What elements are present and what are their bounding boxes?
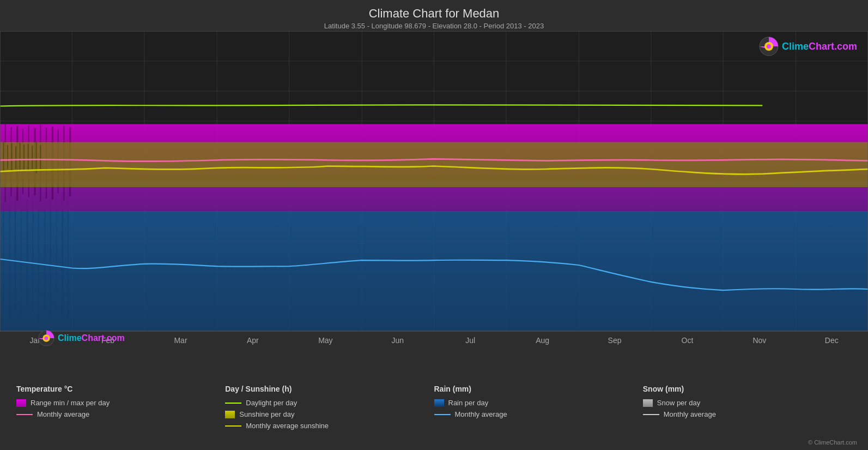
svg-rect-60 [15, 146, 16, 169]
logo-icon-top [759, 37, 779, 56]
svg-rect-40 [56, 198, 57, 309]
svg-text:May: May [318, 336, 333, 345]
rain-swatch [434, 399, 444, 407]
svg-rect-61 [20, 143, 21, 172]
temp-avg-line [16, 414, 33, 415]
legend-item-rain-per-day: Rain per day [434, 399, 643, 407]
rain-avg-line [434, 414, 451, 415]
legend-item-temp-range: Range min / max per day [16, 399, 225, 407]
main-chart: 50 40 30 20 10 0 -10 -20 -30 -40 -50 24 … [0, 31, 868, 379]
legend-area: Temperature °C Range min / max per day M… [0, 379, 868, 450]
legend-col-rain: Rain (mm) Rain per day Monthly average [434, 385, 643, 447]
legend-item-snow-avg: Monthly average [643, 410, 852, 418]
svg-text:Jun: Jun [392, 336, 404, 345]
svg-rect-66 [40, 145, 41, 169]
watermark-top: ClimeChart.com [759, 37, 857, 56]
main-container: Climate Chart for Medan Latitude 3.55 - … [0, 0, 868, 450]
copyright-text: © ClimeChart.com [808, 439, 857, 446]
svg-rect-38 [44, 194, 46, 311]
watermark-top-text: ClimeChart.com [782, 41, 857, 52]
chart-subtitle: Latitude 3.55 - Longitude 98.679 - Eleva… [0, 22, 868, 30]
legend-item-rain-avg: Monthly average [434, 410, 643, 418]
svg-rect-65 [36, 142, 37, 173]
legend-title-rain: Rain (mm) [434, 385, 643, 393]
legend-title-snow: Snow (mm) [643, 385, 852, 393]
legend-item-sunshine-avg: Monthly average sunshine [225, 422, 434, 430]
svg-text:Dec: Dec [825, 336, 839, 345]
svg-rect-57 [3, 142, 4, 172]
svg-rect-64 [32, 146, 33, 169]
svg-rect-33 [15, 196, 16, 310]
svg-text:Aug: Aug [536, 336, 549, 345]
sunshine-avg-line [225, 425, 241, 427]
svg-text:Mar: Mar [174, 336, 187, 345]
svg-text:Jul: Jul [465, 336, 475, 345]
legend-item-daylight: Daylight per day [225, 399, 434, 407]
daylight-line [225, 403, 241, 404]
svg-rect-56 [0, 142, 868, 188]
snow-avg-line [643, 414, 659, 415]
sunshine-swatch [225, 411, 235, 418]
svg-text:Apr: Apr [247, 336, 259, 345]
svg-point-5 [45, 337, 48, 340]
svg-text:Nov: Nov [752, 336, 767, 345]
title-area: Climate Chart for Medan Latitude 3.55 - … [0, 0, 868, 31]
svg-rect-59 [11, 143, 12, 171]
legend-item-snow-per-day: Snow per day [643, 399, 852, 407]
watermark-bottom-text: ClimeChart.com [58, 333, 125, 343]
svg-rect-35 [26, 199, 28, 307]
svg-text:Sep: Sep [608, 336, 622, 345]
svg-rect-58 [7, 145, 8, 169]
legend-item-temp-avg: Monthly average [16, 410, 225, 418]
logo-icon-bottom [38, 330, 54, 346]
chart-wrapper: ClimeChart.com ClimeChart.com [0, 31, 868, 379]
svg-rect-63 [28, 144, 29, 170]
chart-title: Climate Chart for Medan [0, 7, 868, 21]
temp-range-swatch [16, 399, 26, 407]
legend-col-snow: Snow (mm) Snow per day Monthly average [643, 385, 852, 447]
legend-col-sunshine: Day / Sunshine (h) Daylight per day Suns… [225, 385, 434, 447]
legend-title-temperature: Temperature °C [16, 385, 225, 393]
legend-title-sunshine: Day / Sunshine (h) [225, 385, 434, 393]
legend-item-sunshine-per-day: Sunshine per day [225, 410, 434, 418]
watermark-bottom-left: ClimeChart.com [38, 330, 125, 346]
snow-swatch [643, 399, 653, 407]
svg-text:Oct: Oct [682, 336, 694, 345]
svg-rect-62 [23, 145, 25, 170]
svg-point-2 [767, 44, 771, 49]
legend-col-temperature: Temperature °C Range min / max per day M… [16, 385, 225, 447]
